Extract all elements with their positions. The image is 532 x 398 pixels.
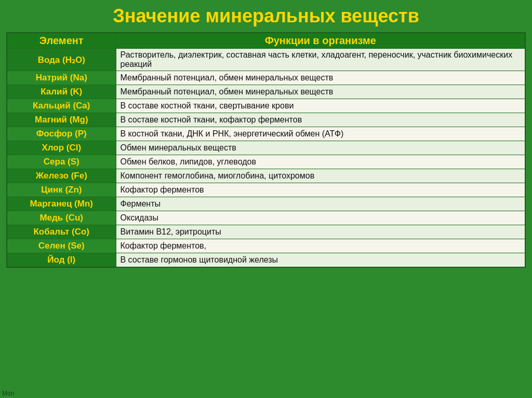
table-row: Цинк (Zn)Кофактор ферментов [7,183,525,197]
table-row: Магний (Mg)В составе костной ткани, кофа… [7,113,525,127]
table-row: Калий (K)Мембранный потенциал, обмен мин… [7,85,525,99]
table-row: Медь (Cu)Оксидазы [7,211,525,225]
function-cell: Мембранный потенциал, обмен минеральных … [116,71,525,85]
element-cell: Йод (I) [7,253,116,268]
table-row: Йод (I)В составе гормонов щитовидной жел… [7,253,525,268]
function-cell: Растворитель, диэлектрик, составная част… [116,49,525,71]
element-cell: Кальций (Ca) [7,99,116,113]
function-cell: В костной ткани, ДНК и РНК, энергетическ… [116,127,525,141]
function-cell: В составе гормонов щитовидной железы [116,253,525,268]
table-row: Фосфор (P)В костной ткани, ДНК и РНК, эн… [7,127,525,141]
element-cell: Фосфор (P) [7,127,116,141]
element-cell: Калий (K) [7,85,116,99]
table-row: Вода (H₂O)Растворитель, диэлектрик, сост… [7,49,525,71]
element-cell: Вода (H₂O) [7,49,116,71]
element-cell: Селен (Se) [7,239,116,253]
table-row: Кальций (Ca)В составе костной ткани, све… [7,99,525,113]
function-cell: Кофактор ферментов, [116,239,525,253]
table-row: Хлор (Cl)Обмен минеральных веществ [7,141,525,155]
table-row: Железо (Fe)Компонент гемоглобина, миогло… [7,169,525,183]
function-cell: Оксидазы [116,211,525,225]
function-cell: Ферменты [116,197,525,211]
page-title: Значение минеральных веществ [113,5,419,27]
element-cell: Железо (Fe) [7,169,116,183]
function-cell: Компонент гемоглобина, миоглобина, цитох… [116,169,525,183]
header-function: Функции в организме [116,33,525,49]
function-cell: В составе костной ткани, свертывание кро… [116,99,525,113]
table-header-row: Элемент Функции в организме [7,33,525,49]
element-cell: Медь (Cu) [7,211,116,225]
bottom-label: Mon [0,389,16,398]
element-cell: Сера (S) [7,155,116,169]
minerals-table: Элемент Функции в организме Вода (H₂O)Ра… [6,32,526,268]
function-cell: Мембранный потенциал, обмен минеральных … [116,85,525,99]
element-cell: Кобальт (Co) [7,225,116,239]
element-cell: Натрий (Na) [7,71,116,85]
header-element: Элемент [7,33,116,49]
table-row: Натрий (Na)Мембранный потенциал, обмен м… [7,71,525,85]
function-cell: Кофактор ферментов [116,183,525,197]
function-cell: Витамин В12, эритроциты [116,225,525,239]
table-row: Кобальт (Co)Витамин В12, эритроциты [7,225,525,239]
function-cell: В составе костной ткани, кофактор фермен… [116,113,525,127]
function-cell: Обмен белков, липидов, углеводов [116,155,525,169]
table-row: Марганец (Mn)Ферменты [7,197,525,211]
table-row: Селен (Se)Кофактор ферментов, [7,239,525,253]
table-body: Вода (H₂O)Растворитель, диэлектрик, сост… [7,49,525,268]
table-row: Сера (S)Обмен белков, липидов, углеводов [7,155,525,169]
element-cell: Цинк (Zn) [7,183,116,197]
element-cell: Марганец (Mn) [7,197,116,211]
page-wrapper: Значение минеральных веществ Элемент Фун… [0,0,532,398]
function-cell: Обмен минеральных веществ [116,141,525,155]
element-cell: Магний (Mg) [7,113,116,127]
element-cell: Хлор (Cl) [7,141,116,155]
